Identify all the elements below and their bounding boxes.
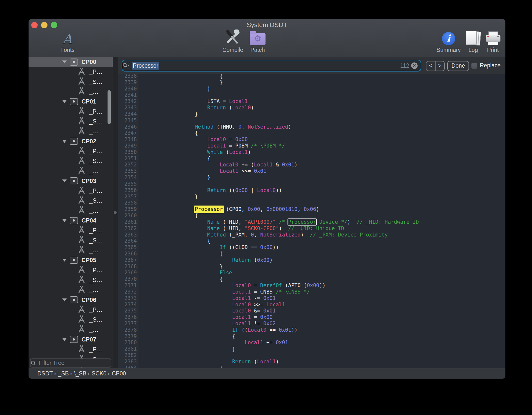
code-line-2368[interactable]: }	[157, 263, 223, 270]
code-line-2366[interactable]: {	[157, 251, 223, 257]
fonts-toolbar-button[interactable]: A Fonts	[51, 29, 83, 53]
replace-checkbox[interactable]	[471, 63, 477, 69]
code-line-2346[interactable]: Method (THNU, 0, NotSerialized)	[157, 124, 291, 130]
tree-group-CP04[interactable]: CP04	[29, 216, 113, 225]
code-line-2348[interactable]: Local0 = 0x00	[157, 136, 248, 143]
code-line-2380[interactable]: Local1 += 0x01	[157, 339, 288, 346]
disclosure-triangle-icon[interactable]	[62, 338, 67, 341]
code-line-2376[interactable]: Local1 = 0x00	[157, 314, 273, 320]
tree-group-CP00[interactable]: CP00	[29, 57, 113, 67]
tree-item-CP03-1[interactable]: _S…	[29, 196, 113, 206]
code-line-2384[interactable]: }	[157, 365, 223, 368]
tree-item-CP05-2[interactable]: _…	[29, 285, 113, 295]
code-line-2362[interactable]: Name (_UID, "SCK0-CP00") // _UID: Unique…	[157, 225, 344, 232]
code-line-2350[interactable]: While (Local1)	[157, 149, 251, 155]
code-line-2343[interactable]: Return (Local0)	[157, 104, 254, 111]
line-number: 2366	[118, 251, 137, 257]
breadcrumb-item-CP00[interactable]: CP00	[112, 370, 126, 377]
split-divider[interactable]	[113, 57, 118, 368]
tree-item-CP00-0[interactable]: _P…	[29, 67, 113, 77]
tree-item-CP00-2[interactable]: _…	[29, 87, 113, 97]
code-line-2340[interactable]: }	[157, 86, 210, 92]
disclosure-triangle-icon[interactable]	[62, 298, 67, 301]
code-line-2360[interactable]: {	[157, 212, 198, 219]
patch-toolbar-button[interactable]: ⚙ Patch	[242, 29, 274, 53]
tree-item-CP06-1[interactable]: _S…	[29, 315, 113, 325]
tree-group-CP06[interactable]: CP06	[29, 295, 113, 305]
tree-item-CP01-1[interactable]: _S…	[29, 117, 113, 126]
code-line-2371[interactable]: Local0 = DerefOf (APT0 [0x00])	[157, 282, 326, 289]
code-line-2344[interactable]: }	[157, 111, 198, 117]
tree-group-CP07[interactable]: CP07	[29, 335, 113, 344]
tree-item-CP06-0[interactable]: _P…	[29, 305, 113, 315]
code-editor[interactable]: 2338233923402341234223432344234523462347…	[118, 74, 505, 368]
tree-item-CP06-2[interactable]: _…	[29, 325, 113, 335]
code-line-2370[interactable]: {	[157, 276, 223, 282]
method-icon	[78, 266, 86, 275]
tree-item-CP05-1[interactable]: _S…	[29, 275, 113, 285]
tree-item-CP02-1[interactable]: _S…	[29, 156, 113, 166]
tree-group-CP02[interactable]: CP02	[29, 136, 113, 146]
disclosure-triangle-icon[interactable]	[62, 140, 67, 143]
code-line-2381[interactable]: }	[157, 346, 235, 352]
tree-item-CP05-0[interactable]: _P…	[29, 265, 113, 275]
code-line-2342[interactable]: LSTA = Local1	[157, 98, 248, 104]
code-line-2339[interactable]: }	[157, 79, 223, 86]
filter-tree-input[interactable]: Filter Tree	[30, 358, 111, 368]
tree-item-CP02-2[interactable]: _…	[29, 166, 113, 176]
clear-search-icon[interactable]: ✕	[411, 62, 418, 69]
tree-group-CP05[interactable]: CP05	[29, 255, 113, 265]
tree-item-CP02-0[interactable]: _P…	[29, 146, 113, 156]
code-line-2369[interactable]: Else	[157, 269, 232, 276]
code-line-2365[interactable]: If ((CLOD == 0x00))	[157, 244, 279, 251]
tree-item-CP04-1[interactable]: _S…	[29, 236, 113, 245]
disclosure-triangle-icon[interactable]	[62, 259, 67, 262]
tree-item-CP04-2[interactable]: _…	[29, 245, 113, 255]
code-line-2377[interactable]: Local1 *= 0x02	[157, 320, 276, 327]
code-line-2374[interactable]: Local0 >>= Local1	[157, 301, 285, 308]
code-line-2379[interactable]: {	[157, 333, 235, 340]
code-line-2352[interactable]: Local0 += (Local1 & 0x01)	[157, 162, 297, 168]
code-line-2359[interactable]: Processor (CP00, 0x00, 0x00001810, 0x06)	[157, 206, 319, 212]
sidebar-scrollbar[interactable]	[108, 90, 111, 124]
code-line-2363[interactable]: Method (_PXM, 0, NotSerialized) // _PXM:…	[157, 232, 388, 238]
tree-item-CP07-0[interactable]: _P…	[29, 344, 113, 354]
code-line-2356[interactable]: Return ((0x00 | Local0))	[157, 187, 282, 193]
code-line-2354[interactable]: }	[157, 174, 210, 181]
previous-match-button[interactable]: <	[426, 61, 436, 71]
breadcrumb-item-_SB[interactable]: \_SB	[74, 370, 86, 377]
code-line-2347[interactable]: {	[157, 130, 198, 136]
breadcrumb-item-_SB[interactable]: _SB	[58, 370, 69, 377]
code-line-2373[interactable]: Local1 -= 0x01	[157, 295, 276, 301]
disclosure-triangle-icon[interactable]	[62, 100, 67, 103]
tree-item-CP00-1[interactable]: _S…	[29, 77, 113, 87]
search-input[interactable]: Processor 112 ✕	[122, 60, 421, 72]
tree-group-CP01[interactable]: CP01	[29, 97, 113, 106]
disclosure-triangle-icon[interactable]	[62, 60, 67, 63]
print-toolbar-button[interactable]: Print	[477, 29, 505, 53]
tree-group-CP03[interactable]: CP03	[29, 176, 113, 186]
code-line-2383[interactable]: Return (Local1)	[157, 358, 279, 365]
code-line-2361[interactable]: Name (_HID, "ACPI0007" /* Processor Devi…	[157, 219, 419, 225]
code-line-2349[interactable]: Local1 = P0BM /* \P0BM */	[157, 143, 285, 149]
tree-item-CP01-0[interactable]: _P…	[29, 107, 113, 117]
tree-item-CP01-2[interactable]: _…	[29, 126, 113, 136]
code-line-2378[interactable]: If ((Local0 == 0x01))	[157, 327, 297, 333]
tree-item-CP03-2[interactable]: _…	[29, 206, 113, 216]
code-line-2364[interactable]: {	[157, 238, 210, 244]
disclosure-triangle-icon[interactable]	[62, 219, 67, 222]
code-line-2353[interactable]: Local1 >>= 0x01	[157, 168, 266, 174]
tree-item-CP03-0[interactable]: _P…	[29, 186, 113, 196]
code-line-2338[interactable]: {	[157, 74, 223, 79]
code-line-2375[interactable]: Local0 &= 0x01	[157, 308, 276, 314]
code-line-2372[interactable]: Local1 = CNBS /* \CNBS */	[157, 289, 310, 295]
code-line-2351[interactable]: {	[157, 155, 210, 162]
tree-item-CP04-0[interactable]: _P…	[29, 225, 113, 235]
breadcrumb-item-SCK0[interactable]: SCK0	[92, 370, 107, 377]
code-line-2357[interactable]: }	[157, 193, 198, 200]
code-line-2367[interactable]: Return (0x00)	[157, 257, 273, 263]
breadcrumb-item-DSDT[interactable]: DSDT	[37, 370, 53, 377]
next-match-button[interactable]: >	[436, 61, 444, 71]
done-button[interactable]: Done	[447, 61, 469, 71]
disclosure-triangle-icon[interactable]	[62, 179, 67, 182]
